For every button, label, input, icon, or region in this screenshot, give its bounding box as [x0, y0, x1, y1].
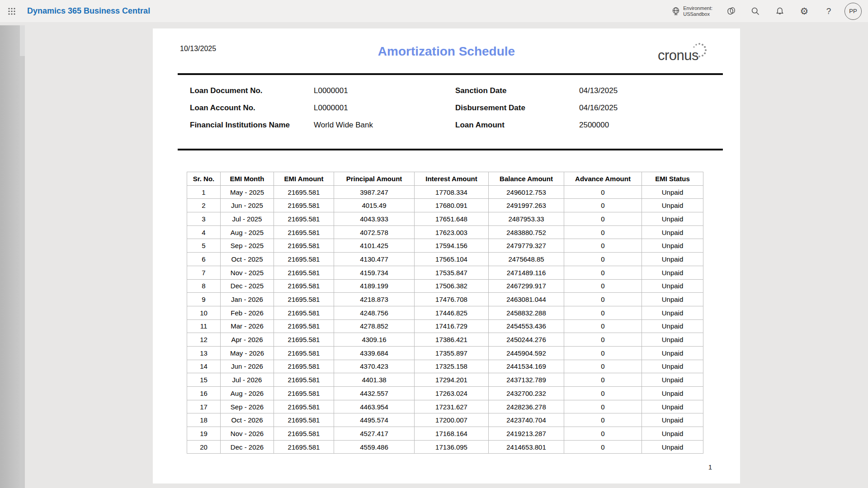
table-cell: 17325.158	[415, 360, 489, 373]
table-cell: 17651.648	[415, 212, 489, 226]
table-cell: 21695.581	[274, 333, 334, 347]
table-row: 15Jul - 202621695.5814401.3817294.201243…	[187, 373, 703, 387]
table-cell: Unpaid	[642, 212, 703, 226]
table-row: 19Nov - 202621695.5814527.41717168.16424…	[187, 427, 703, 441]
search-button[interactable]	[743, 0, 768, 22]
table-cell: 0	[564, 413, 642, 427]
details-divider	[178, 149, 723, 150]
table-cell: 4309.16	[334, 333, 415, 347]
table-row: 16Aug - 202621695.5814432.55717263.02424…	[187, 387, 703, 400]
report-viewer: 10/13/2025 Amortization Schedule cronus	[0, 22, 868, 488]
table-cell: 0	[564, 253, 642, 266]
table-cell: 0	[564, 333, 642, 347]
search-icon	[751, 7, 760, 16]
table-cell: 4463.954	[334, 400, 415, 413]
table-cell: Dec - 2026	[221, 440, 274, 454]
table-cell: 21695.581	[274, 319, 334, 333]
column-header-emi-amount: EMI Amount	[274, 172, 334, 186]
table-cell: 10	[187, 306, 221, 319]
table-cell: Oct - 2025	[221, 253, 274, 266]
table-cell: 21695.581	[274, 427, 334, 441]
table-cell: 2428236.278	[489, 400, 564, 413]
company-logo: cronus	[658, 47, 698, 64]
amortization-table: Sr. No.EMI MonthEMI AmountPrincipal Amou…	[187, 172, 703, 454]
table-cell: 8	[187, 279, 221, 293]
table-cell: 4495.574	[334, 413, 415, 427]
table-cell: 0	[564, 266, 642, 279]
table-cell: 13	[187, 346, 221, 360]
table-row: 5Sep - 202521695.5814101.42517594.156247…	[187, 239, 703, 253]
table-cell: Unpaid	[642, 373, 703, 387]
topbar-actions: Environment: USSandbox ⚙	[665, 0, 864, 22]
table-cell: 4370.423	[334, 360, 415, 373]
app-launcher-button[interactable]	[3, 0, 21, 22]
table-cell: 17476.708	[415, 293, 489, 306]
table-cell: 4432.557	[334, 387, 415, 400]
table-cell: 6	[187, 253, 221, 266]
table-cell: 2483880.752	[489, 225, 564, 239]
table-cell: 1	[187, 185, 221, 199]
table-cell: 17506.382	[415, 279, 489, 293]
table-cell: 2479779.327	[489, 239, 564, 253]
table-cell: Aug - 2025	[221, 225, 274, 239]
table-cell: 21695.581	[274, 440, 334, 454]
table-cell: Unpaid	[642, 293, 703, 306]
table-cell: 17168.164	[415, 427, 489, 441]
copilot-button[interactable]	[719, 0, 743, 22]
detail-label: Loan Account No.	[190, 103, 255, 113]
table-cell: 20	[187, 440, 221, 454]
environment-indicator[interactable]: Environment: USSandbox	[665, 0, 719, 22]
table-cell: 0	[564, 185, 642, 199]
table-row: 1May - 202521695.5813987.24717708.334249…	[187, 185, 703, 199]
table-cell: 2454553.436	[489, 319, 564, 333]
notifications-button[interactable]	[768, 0, 792, 22]
table-row: 14Jun - 202621695.5814370.42317325.15824…	[187, 360, 703, 373]
table-cell: 5	[187, 239, 221, 253]
column-header-emi-month: EMI Month	[221, 172, 274, 186]
globe-icon	[671, 7, 680, 16]
table-cell: Sep - 2026	[221, 400, 274, 413]
column-header-principal-amount: Principal Amount	[334, 172, 415, 186]
column-header-balance-amount: Balance Amount	[489, 172, 564, 186]
table-cell: May - 2025	[221, 185, 274, 199]
table-cell: Jun - 2025	[221, 199, 274, 212]
report-title: Amortization Schedule	[153, 44, 740, 59]
table-cell: 17594.156	[415, 239, 489, 253]
table-cell: 0	[564, 212, 642, 226]
table-cell: 4339.684	[334, 346, 415, 360]
table-cell: 17355.897	[415, 346, 489, 360]
help-button[interactable]: ?	[816, 0, 841, 22]
table-cell: 4559.486	[334, 440, 415, 454]
table-cell: 0	[564, 239, 642, 253]
table-cell: 2423740.704	[489, 413, 564, 427]
table-cell: 21695.581	[274, 253, 334, 266]
table-cell: 0	[564, 346, 642, 360]
table-cell: 4189.199	[334, 279, 415, 293]
loan-details: Loan Document No. L0000001 Sanction Date…	[153, 83, 740, 134]
table-cell: 4043.933	[334, 212, 415, 226]
help-icon: ?	[826, 7, 831, 15]
table-cell: 4	[187, 225, 221, 239]
table-row: 8Dec - 202521695.5814189.19917506.382246…	[187, 279, 703, 293]
table-cell: 0	[564, 400, 642, 413]
table-cell: 7	[187, 266, 221, 279]
table-cell: 17263.024	[415, 387, 489, 400]
environment-name: USSandbox	[683, 11, 712, 17]
environment-label: Environment:	[683, 5, 712, 11]
table-cell: 4159.734	[334, 266, 415, 279]
viewer-scrollbar[interactable]	[20, 25, 25, 488]
table-cell: 17231.627	[415, 400, 489, 413]
settings-button[interactable]: ⚙	[792, 0, 816, 22]
app-launcher-icon	[8, 7, 16, 15]
table-cell: Dec - 2025	[221, 279, 274, 293]
table-cell: Feb - 2026	[221, 306, 274, 319]
user-avatar[interactable]: PP	[844, 3, 862, 20]
detail-value: L0000001	[314, 86, 348, 95]
table-cell: 2450244.276	[489, 333, 564, 347]
scrollbar-thumb[interactable]	[20, 25, 25, 56]
table-cell: 17294.201	[415, 373, 489, 387]
app-title[interactable]: Dynamics 365 Business Central	[27, 6, 150, 16]
table-cell: Jul - 2026	[221, 373, 274, 387]
table-cell: 3	[187, 212, 221, 226]
table-cell: Unpaid	[642, 400, 703, 413]
